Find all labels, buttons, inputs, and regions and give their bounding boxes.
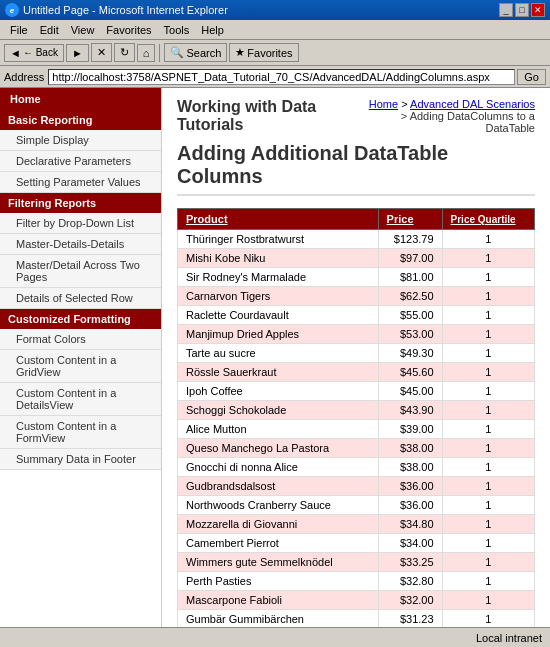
favorites-button[interactable]: ★ Favorites (229, 43, 298, 62)
menu-tools[interactable]: Tools (158, 22, 196, 38)
refresh-button[interactable]: ↻ (114, 43, 135, 62)
cell-price: $36.00 (378, 477, 442, 496)
close-button[interactable]: ✕ (531, 3, 545, 17)
cell-product: Alice Mutton (178, 420, 379, 439)
cell-quartile: 1 (442, 230, 534, 249)
cell-quartile: 1 (442, 572, 534, 591)
forward-icon: ► (72, 47, 83, 59)
cell-product: Queso Manchego La Pastora (178, 439, 379, 458)
table-row: Wimmers gute Semmelknödel$33.251 (178, 553, 535, 572)
table-row: Carnarvon Tigers$62.501 (178, 287, 535, 306)
cell-price: $38.00 (378, 458, 442, 477)
cell-price: $32.00 (378, 591, 442, 610)
toolbar-separator (159, 44, 160, 62)
maximize-button[interactable]: □ (515, 3, 529, 17)
cell-quartile: 1 (442, 287, 534, 306)
home-button[interactable]: ⌂ (137, 44, 156, 62)
cell-product: Mascarpone Fabioli (178, 591, 379, 610)
status-zone: Local intranet (476, 632, 542, 644)
search-button[interactable]: 🔍 Search (164, 43, 227, 62)
table-row: Queso Manchego La Pastora$38.001 (178, 439, 535, 458)
col-header-price[interactable]: Price (378, 209, 442, 230)
cell-quartile: 1 (442, 306, 534, 325)
table-row: Gnocchi di nonna Alice$38.001 (178, 458, 535, 477)
back-icon: ◄ (10, 47, 21, 59)
cell-product: Wimmers gute Semmelknödel (178, 553, 379, 572)
page-title-area: Working with Data Tutorials Home > Advan… (177, 98, 535, 134)
table-row: Tarte au sucre$49.301 (178, 344, 535, 363)
minimize-button[interactable]: _ (499, 3, 513, 17)
table-row: Mascarpone Fabioli$32.001 (178, 591, 535, 610)
menu-favorites[interactable]: Favorites (100, 22, 157, 38)
table-row: Northwoods Cranberry Sauce$36.001 (178, 496, 535, 515)
sidebar-item-custom-content-formview[interactable]: Custom Content in a FormView (0, 416, 161, 449)
title-bar-controls: _ □ ✕ (499, 3, 545, 17)
table-row: Perth Pasties$32.801 (178, 572, 535, 591)
cell-price: $97.00 (378, 249, 442, 268)
breadcrumb-area: Home > Advanced DAL Scenarios > Adding D… (367, 98, 536, 134)
breadcrumb-home-link[interactable]: Home (369, 98, 398, 110)
ie-icon: e (5, 3, 19, 17)
table-row: Mishi Kobe Niku$97.001 (178, 249, 535, 268)
cell-product: Gumbär Gummibärchen (178, 610, 379, 628)
cell-price: $45.00 (378, 382, 442, 401)
sidebar-item-details-selected-row[interactable]: Details of Selected Row (0, 288, 161, 309)
breadcrumb-section-link[interactable]: Advanced DAL Scenarios (410, 98, 535, 110)
sidebar-item-summary-data-footer[interactable]: Summary Data in Footer (0, 449, 161, 470)
table-row: Thüringer Rostbratwurst$123.791 (178, 230, 535, 249)
table-row: Camembert Pierrot$34.001 (178, 534, 535, 553)
back-button[interactable]: ◄ ← Back (4, 44, 64, 62)
sidebar-item-filter-dropdown[interactable]: Filter by Drop-Down List (0, 213, 161, 234)
table-row: Alice Mutton$39.001 (178, 420, 535, 439)
menu-help[interactable]: Help (195, 22, 230, 38)
sidebar: Home Basic Reporting Simple Display Decl… (0, 88, 162, 627)
table-row: Mozzarella di Giovanni$34.801 (178, 515, 535, 534)
cell-product: Ipoh Coffee (178, 382, 379, 401)
site-title: Working with Data Tutorials (177, 98, 367, 134)
cell-price: $36.00 (378, 496, 442, 515)
title-bar-title: e Untitled Page - Microsoft Internet Exp… (5, 3, 228, 17)
cell-product: Sir Rodney's Marmalade (178, 268, 379, 287)
col-header-product[interactable]: Product (178, 209, 379, 230)
cell-product: Perth Pasties (178, 572, 379, 591)
menu-view[interactable]: View (65, 22, 101, 38)
cell-price: $43.90 (378, 401, 442, 420)
cell-price: $39.00 (378, 420, 442, 439)
cell-quartile: 1 (442, 458, 534, 477)
page-heading: Adding Additional DataTable Columns (177, 142, 535, 196)
cell-price: $31.23 (378, 610, 442, 628)
cell-quartile: 1 (442, 610, 534, 628)
sidebar-home[interactable]: Home (0, 88, 161, 110)
cell-product: Mozzarella di Giovanni (178, 515, 379, 534)
cell-quartile: 1 (442, 401, 534, 420)
sidebar-item-custom-content-detailsview[interactable]: Custom Content in a DetailsView (0, 383, 161, 416)
sidebar-item-master-detail-two-pages[interactable]: Master/Detail Across Two Pages (0, 255, 161, 288)
breadcrumb-current-page: > Adding DataColumns to a DataTable (401, 110, 535, 134)
sidebar-item-custom-content-gridview[interactable]: Custom Content in a GridView (0, 350, 161, 383)
search-icon: 🔍 (170, 46, 184, 59)
forward-button[interactable]: ► (66, 44, 89, 62)
cell-price: $33.25 (378, 553, 442, 572)
address-input[interactable] (48, 69, 515, 85)
sidebar-item-setting-parameter-values[interactable]: Setting Parameter Values (0, 172, 161, 193)
cell-price: $123.79 (378, 230, 442, 249)
menu-file[interactable]: File (4, 22, 34, 38)
cell-price: $34.80 (378, 515, 442, 534)
menu-edit[interactable]: Edit (34, 22, 65, 38)
table-row: Sir Rodney's Marmalade$81.001 (178, 268, 535, 287)
table-row: Gudbrandsdalsost$36.001 (178, 477, 535, 496)
sidebar-item-master-details[interactable]: Master-Details-Details (0, 234, 161, 255)
browser-content: Home Basic Reporting Simple Display Decl… (0, 88, 550, 627)
address-label: Address (4, 71, 44, 83)
col-header-quartile[interactable]: Price Quartile (442, 209, 534, 230)
cell-product: Gnocchi di nonna Alice (178, 458, 379, 477)
breadcrumb-separator: > (401, 98, 410, 110)
cell-quartile: 1 (442, 477, 534, 496)
sidebar-item-declarative-parameters[interactable]: Declarative Parameters (0, 151, 161, 172)
cell-product: Carnarvon Tigers (178, 287, 379, 306)
sidebar-item-format-colors[interactable]: Format Colors (0, 329, 161, 350)
sidebar-item-simple-display[interactable]: Simple Display (0, 130, 161, 151)
go-button[interactable]: Go (517, 69, 546, 85)
stop-button[interactable]: ✕ (91, 43, 112, 62)
cell-price: $32.80 (378, 572, 442, 591)
